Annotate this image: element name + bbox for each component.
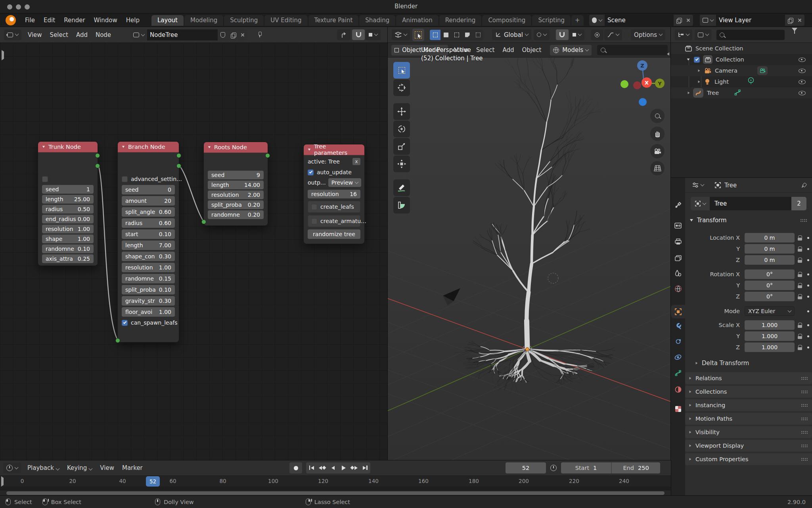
view-layer-browse-button[interactable] bbox=[700, 15, 716, 26]
animate-dot[interactable] bbox=[807, 237, 809, 239]
trunk-node-header[interactable]: Trunk Node bbox=[38, 142, 98, 152]
navigation-gizmo[interactable]: Z X Y bbox=[618, 58, 669, 110]
pin-icon[interactable] bbox=[800, 181, 808, 189]
tab-scene[interactable] bbox=[671, 266, 685, 280]
animate-dot[interactable] bbox=[807, 335, 809, 337]
menu-file[interactable]: File bbox=[21, 15, 39, 25]
workspace-tab-shading[interactable]: Shading bbox=[359, 15, 395, 26]
object-id-browse[interactable] bbox=[691, 197, 710, 210]
tab-render[interactable] bbox=[671, 219, 685, 232]
tree-parameters-node[interactable]: Tree parameters active: Tree x auto_upda… bbox=[303, 144, 365, 244]
scene-new-button[interactable] bbox=[674, 15, 684, 26]
playhead[interactable]: 52 bbox=[146, 476, 160, 487]
node-field-seed[interactable]: seed0 bbox=[122, 185, 175, 194]
workspace-tab-modeling[interactable]: Modeling bbox=[184, 15, 223, 26]
output-mode-dropdown[interactable]: Preview bbox=[328, 178, 362, 187]
select-mode-circle[interactable] bbox=[451, 30, 462, 40]
tab-tool[interactable] bbox=[671, 198, 685, 212]
randomize-tree-button[interactable]: randomize tree bbox=[308, 229, 360, 239]
animate-dot[interactable] bbox=[807, 296, 809, 298]
create-leafs-checkbox[interactable]: create_leafs bbox=[308, 201, 360, 213]
node-menu-view[interactable]: View bbox=[24, 31, 46, 38]
roots-node[interactable]: Roots Node seed9 length14.00 resolution2… bbox=[203, 142, 268, 226]
node-field-seed[interactable]: seed9 bbox=[208, 171, 264, 179]
panel-custom-properties[interactable]: Custom Properties bbox=[685, 453, 812, 465]
tab-texture[interactable] bbox=[671, 402, 685, 416]
output-socket[interactable] bbox=[265, 153, 270, 158]
fake-user-button[interactable] bbox=[218, 29, 228, 40]
transform-panel-header[interactable]: Transform bbox=[685, 215, 812, 225]
editor-type-selector[interactable] bbox=[3, 463, 21, 473]
lock-icon[interactable] bbox=[798, 246, 802, 252]
snap-toggle[interactable] bbox=[556, 29, 569, 40]
outliner-row-camera[interactable]: Camera bbox=[671, 65, 812, 76]
empty-object-marker[interactable] bbox=[548, 273, 558, 283]
workspace-tab-layout[interactable]: Layout bbox=[151, 15, 184, 26]
pivot-point-dropdown[interactable] bbox=[534, 29, 550, 40]
visibility-eye-icon[interactable] bbox=[799, 69, 806, 73]
animate-dot[interactable] bbox=[807, 285, 809, 287]
tool-rotate[interactable] bbox=[393, 121, 410, 137]
lock-icon[interactable] bbox=[798, 345, 802, 350]
outliner-row-scene-collection[interactable]: Scene Collection bbox=[671, 43, 812, 54]
marker-menu[interactable]: Marker bbox=[118, 464, 147, 471]
view-layer-new-button[interactable] bbox=[785, 15, 795, 26]
axis-minus-y-ball[interactable] bbox=[620, 80, 628, 88]
animate-dot[interactable] bbox=[807, 346, 809, 348]
lock-icon[interactable] bbox=[798, 323, 802, 328]
node-tree-browse-button[interactable] bbox=[130, 29, 147, 40]
output-socket[interactable] bbox=[176, 153, 181, 158]
node-field-randomness[interactable]: randomne0.10 bbox=[42, 244, 94, 253]
timeline-view-menu[interactable]: View bbox=[96, 464, 118, 471]
node-field-seed[interactable]: seed1 bbox=[42, 185, 94, 194]
region-expand-arrow[interactable] bbox=[1, 478, 4, 485]
panel-relations[interactable]: Relations bbox=[685, 372, 812, 384]
node-field-resolution[interactable]: resolution1.00 bbox=[122, 263, 175, 272]
node-field-randomness[interactable]: randomne0.20 bbox=[208, 210, 264, 219]
outliner-row-collection[interactable]: Collection bbox=[671, 54, 812, 65]
menu-render[interactable]: Render bbox=[59, 15, 89, 25]
auto-keyframe-record-button[interactable] bbox=[289, 462, 302, 473]
tab-material[interactable] bbox=[671, 383, 685, 396]
proportional-edit-toggle[interactable] bbox=[591, 29, 603, 40]
view-layer-remove-button[interactable] bbox=[795, 15, 804, 26]
play-button[interactable] bbox=[338, 462, 349, 473]
scene-name-field[interactable]: Scene bbox=[605, 15, 674, 26]
asset-browser-dropdown[interactable]: Models bbox=[550, 45, 592, 56]
view-layer-name-field[interactable]: View Layer bbox=[716, 15, 785, 26]
tab-output[interactable] bbox=[671, 235, 685, 248]
light-data-badge[interactable] bbox=[747, 77, 755, 87]
select-mode-tweak[interactable] bbox=[430, 30, 440, 40]
timeline-ruler[interactable]: 0 20 40 60 80 100 120 140 160 180 200 22… bbox=[0, 475, 671, 487]
use-grease-pencil-checkbox[interactable] bbox=[42, 175, 94, 183]
rotation-mode-dropdown[interactable]: XYZ Euler bbox=[745, 306, 795, 316]
node-field-shape[interactable]: shape1.00 bbox=[42, 235, 94, 243]
timeline-scrollbar[interactable] bbox=[6, 491, 665, 495]
expand-icon[interactable] bbox=[698, 81, 700, 83]
tool-measure[interactable] bbox=[393, 197, 410, 214]
create-armature-checkbox[interactable]: create_armatu… bbox=[308, 215, 360, 227]
tab-world[interactable] bbox=[671, 282, 685, 295]
panel-visibility[interactable]: Visibility bbox=[685, 426, 812, 438]
workspace-tab-texture-paint[interactable]: Texture Paint bbox=[308, 15, 359, 26]
proportional-falloff-dropdown[interactable] bbox=[604, 29, 622, 40]
node-tree-unlink-button[interactable] bbox=[238, 29, 247, 40]
end-frame-field[interactable]: End250 bbox=[612, 462, 660, 473]
animate-dot[interactable] bbox=[807, 259, 809, 261]
expand-icon[interactable] bbox=[698, 69, 700, 72]
zoom-button[interactable] bbox=[650, 109, 665, 123]
select-mode-lasso[interactable] bbox=[462, 30, 473, 40]
axis-minus-x-ball[interactable] bbox=[633, 81, 641, 89]
tool-move[interactable] bbox=[393, 103, 410, 120]
editor-type-selector[interactable] bbox=[392, 29, 410, 40]
node-field-split-probability[interactable]: split_proba0.10 bbox=[122, 285, 175, 294]
visibility-eye-icon[interactable] bbox=[799, 58, 806, 62]
scale-x-field[interactable]: 1.000 bbox=[745, 320, 795, 330]
object-name-field[interactable]: Tree bbox=[710, 197, 791, 210]
pan-button[interactable] bbox=[650, 127, 665, 141]
node-field-floor-avoid[interactable]: floor_avoi1.00 bbox=[122, 307, 175, 317]
node-field-amount[interactable]: amount20 bbox=[122, 196, 175, 206]
node-canvas[interactable]: Trunk Node seed1 length25.00 radius0.50 … bbox=[0, 43, 388, 460]
expand-icon[interactable] bbox=[687, 58, 690, 60]
outliner-filter-button[interactable] bbox=[792, 31, 797, 38]
